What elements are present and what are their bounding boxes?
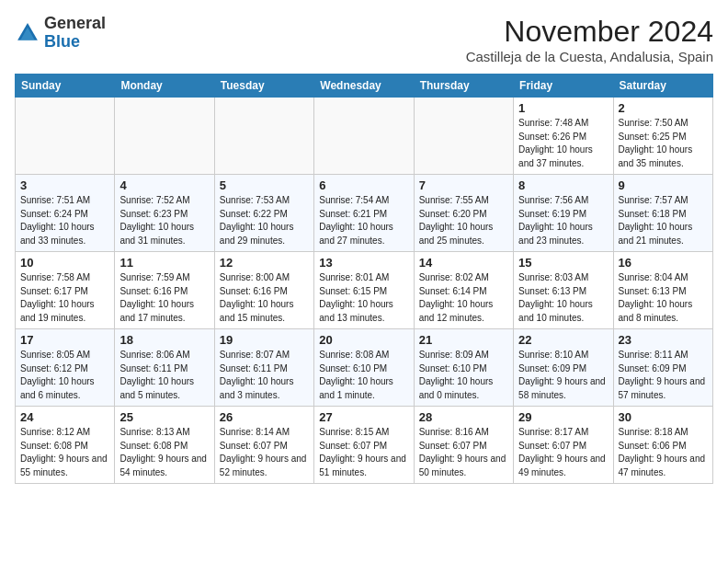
day-number: 19 (220, 333, 309, 347)
title-area: November 2024 Castilleja de la Cuesta, A… (466, 15, 713, 64)
day-info: Sunrise: 7:51 AMSunset: 6:24 PMDaylight:… (20, 194, 109, 247)
day-info: Sunrise: 8:07 AMSunset: 6:11 PMDaylight:… (220, 349, 309, 402)
calendar-cell: 29Sunrise: 8:17 AMSunset: 6:07 PMDayligh… (514, 407, 613, 484)
day-info: Sunrise: 7:50 AMSunset: 6:25 PMDaylight:… (619, 117, 708, 170)
weekday-header-saturday: Saturday (613, 75, 712, 98)
day-info: Sunrise: 8:08 AMSunset: 6:10 PMDaylight:… (319, 349, 408, 402)
day-number: 8 (518, 178, 608, 192)
calendar-table: SundayMondayTuesdayWednesdayThursdayFrid… (15, 74, 713, 484)
calendar-cell: 17Sunrise: 8:05 AMSunset: 6:12 PMDayligh… (16, 329, 115, 407)
calendar-cell: 1Sunrise: 7:48 AMSunset: 6:26 PMDaylight… (514, 98, 613, 175)
calendar-cell (414, 98, 513, 175)
calendar-cell: 14Sunrise: 8:02 AMSunset: 6:14 PMDayligh… (414, 252, 513, 329)
calendar-week-3: 10Sunrise: 7:58 AMSunset: 6:17 PMDayligh… (16, 252, 713, 329)
location-subtitle: Castilleja de la Cuesta, Andalusia, Spai… (466, 49, 713, 64)
calendar-cell: 26Sunrise: 8:14 AMSunset: 6:07 PMDayligh… (214, 407, 313, 484)
logo-general-text: General (44, 14, 106, 32)
calendar-cell: 3Sunrise: 7:51 AMSunset: 6:24 PMDaylight… (16, 175, 115, 252)
calendar-cell: 11Sunrise: 7:59 AMSunset: 6:16 PMDayligh… (115, 252, 214, 329)
day-number: 5 (220, 178, 309, 192)
calendar-week-4: 17Sunrise: 8:05 AMSunset: 6:12 PMDayligh… (16, 329, 713, 407)
day-number: 15 (518, 256, 608, 270)
day-number: 2 (619, 101, 708, 115)
calendar-cell (16, 98, 115, 175)
day-number: 17 (20, 333, 109, 347)
day-number: 29 (518, 410, 608, 424)
calendar-cell: 21Sunrise: 8:09 AMSunset: 6:10 PMDayligh… (414, 329, 513, 407)
logo: General Blue (15, 15, 106, 52)
day-info: Sunrise: 8:06 AMSunset: 6:11 PMDaylight:… (119, 349, 209, 402)
day-number: 6 (319, 178, 408, 192)
day-info: Sunrise: 7:57 AMSunset: 6:18 PMDaylight:… (619, 194, 708, 247)
day-number: 30 (619, 410, 708, 424)
day-number: 20 (319, 333, 408, 347)
calendar-cell: 2Sunrise: 7:50 AMSunset: 6:25 PMDaylight… (613, 98, 712, 175)
day-info: Sunrise: 8:00 AMSunset: 6:16 PMDaylight:… (220, 271, 309, 325)
logo-blue-text: Blue (44, 32, 80, 51)
weekday-header-friday: Friday (514, 75, 613, 98)
calendar-cell: 10Sunrise: 7:58 AMSunset: 6:17 PMDayligh… (16, 252, 115, 329)
calendar-cell: 18Sunrise: 8:06 AMSunset: 6:11 PMDayligh… (115, 329, 214, 407)
calendar-cell: 22Sunrise: 8:10 AMSunset: 6:09 PMDayligh… (514, 329, 613, 407)
day-info: Sunrise: 8:13 AMSunset: 6:08 PMDaylight:… (119, 426, 209, 479)
weekday-header-tuesday: Tuesday (214, 75, 313, 98)
day-number: 18 (119, 333, 209, 347)
day-number: 28 (419, 410, 508, 424)
day-number: 11 (119, 256, 209, 270)
calendar-week-2: 3Sunrise: 7:51 AMSunset: 6:24 PMDaylight… (16, 175, 713, 252)
calendar-cell: 20Sunrise: 8:08 AMSunset: 6:10 PMDayligh… (314, 329, 414, 407)
calendar-cell: 25Sunrise: 8:13 AMSunset: 6:08 PMDayligh… (115, 407, 214, 484)
day-number: 1 (518, 101, 608, 115)
day-number: 10 (20, 256, 109, 270)
calendar-cell: 4Sunrise: 7:52 AMSunset: 6:23 PMDaylight… (115, 175, 214, 252)
day-number: 4 (119, 178, 209, 192)
calendar-cell: 6Sunrise: 7:54 AMSunset: 6:21 PMDaylight… (314, 175, 414, 252)
day-info: Sunrise: 8:10 AMSunset: 6:09 PMDaylight:… (518, 349, 608, 402)
day-info: Sunrise: 8:11 AMSunset: 6:09 PMDaylight:… (619, 349, 708, 402)
calendar-week-1: 1Sunrise: 7:48 AMSunset: 6:26 PMDaylight… (16, 98, 713, 175)
day-info: Sunrise: 8:04 AMSunset: 6:13 PMDaylight:… (619, 271, 708, 325)
day-info: Sunrise: 8:01 AMSunset: 6:15 PMDaylight:… (319, 271, 408, 325)
day-info: Sunrise: 7:59 AMSunset: 6:16 PMDaylight:… (119, 271, 209, 325)
calendar-cell: 12Sunrise: 8:00 AMSunset: 6:16 PMDayligh… (214, 252, 313, 329)
day-number: 25 (119, 410, 209, 424)
day-info: Sunrise: 8:18 AMSunset: 6:06 PMDaylight:… (619, 426, 708, 479)
calendar-cell: 15Sunrise: 8:03 AMSunset: 6:13 PMDayligh… (514, 252, 613, 329)
page-header: General Blue November 2024 Castilleja de… (15, 15, 713, 64)
calendar-cell: 27Sunrise: 8:15 AMSunset: 6:07 PMDayligh… (314, 407, 414, 484)
calendar-cell: 24Sunrise: 8:12 AMSunset: 6:08 PMDayligh… (16, 407, 115, 484)
day-info: Sunrise: 8:14 AMSunset: 6:07 PMDaylight:… (220, 426, 309, 479)
weekday-header-sunday: Sunday (16, 75, 115, 98)
day-number: 9 (619, 178, 708, 192)
calendar-cell: 23Sunrise: 8:11 AMSunset: 6:09 PMDayligh… (613, 329, 712, 407)
day-info: Sunrise: 8:16 AMSunset: 6:07 PMDaylight:… (419, 426, 508, 479)
calendar-cell: 9Sunrise: 7:57 AMSunset: 6:18 PMDaylight… (613, 175, 712, 252)
day-info: Sunrise: 8:12 AMSunset: 6:08 PMDaylight:… (20, 426, 109, 479)
day-info: Sunrise: 8:05 AMSunset: 6:12 PMDaylight:… (20, 349, 109, 402)
calendar-cell: 28Sunrise: 8:16 AMSunset: 6:07 PMDayligh… (414, 407, 513, 484)
day-number: 16 (619, 256, 708, 270)
day-number: 23 (619, 333, 708, 347)
day-info: Sunrise: 8:09 AMSunset: 6:10 PMDaylight:… (419, 349, 508, 402)
day-number: 7 (419, 178, 508, 192)
calendar-cell (214, 98, 313, 175)
weekday-header-monday: Monday (115, 75, 214, 98)
day-number: 27 (319, 410, 408, 424)
calendar-cell: 30Sunrise: 8:18 AMSunset: 6:06 PMDayligh… (613, 407, 712, 484)
calendar-cell: 13Sunrise: 8:01 AMSunset: 6:15 PMDayligh… (314, 252, 414, 329)
calendar-cell: 7Sunrise: 7:55 AMSunset: 6:20 PMDaylight… (414, 175, 513, 252)
day-number: 22 (518, 333, 608, 347)
day-number: 3 (20, 178, 109, 192)
day-info: Sunrise: 8:15 AMSunset: 6:07 PMDaylight:… (319, 426, 408, 479)
day-number: 14 (419, 256, 508, 270)
weekday-header-thursday: Thursday (414, 75, 513, 98)
calendar-cell: 16Sunrise: 8:04 AMSunset: 6:13 PMDayligh… (613, 252, 712, 329)
day-info: Sunrise: 7:56 AMSunset: 6:19 PMDaylight:… (518, 194, 608, 247)
weekday-header-row: SundayMondayTuesdayWednesdayThursdayFrid… (16, 75, 713, 98)
day-info: Sunrise: 7:52 AMSunset: 6:23 PMDaylight:… (119, 194, 209, 247)
day-number: 12 (220, 256, 309, 270)
day-info: Sunrise: 7:48 AMSunset: 6:26 PMDaylight:… (518, 117, 608, 170)
day-info: Sunrise: 8:03 AMSunset: 6:13 PMDaylight:… (518, 271, 608, 325)
calendar-cell: 19Sunrise: 8:07 AMSunset: 6:11 PMDayligh… (214, 329, 313, 407)
day-info: Sunrise: 8:02 AMSunset: 6:14 PMDaylight:… (419, 271, 508, 325)
